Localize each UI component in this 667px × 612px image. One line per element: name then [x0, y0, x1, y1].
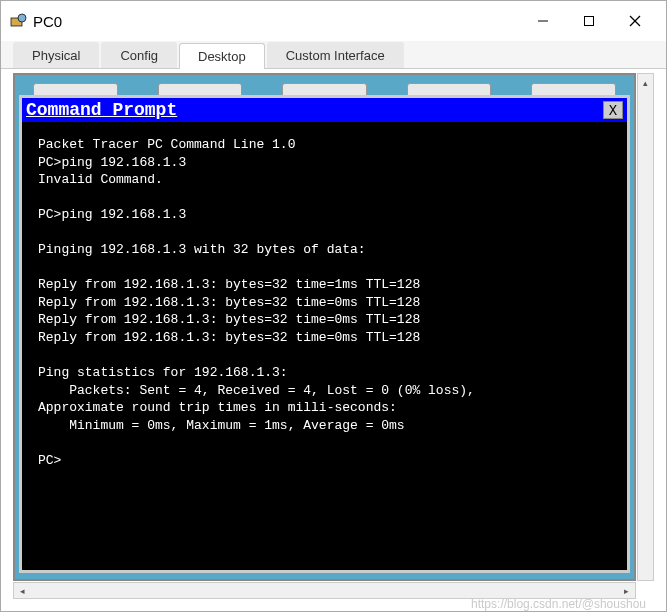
- tab-physical[interactable]: Physical: [13, 42, 99, 68]
- command-prompt-title: Command Prompt: [26, 100, 603, 120]
- command-prompt-titlebar[interactable]: Command Prompt X: [22, 98, 627, 122]
- window-controls: [520, 5, 658, 37]
- tab-config[interactable]: Config: [101, 42, 177, 68]
- minimize-button[interactable]: [520, 5, 566, 37]
- scroll-left-arrow-icon[interactable]: ◂: [14, 583, 31, 598]
- scroll-up-arrow-icon[interactable]: ▴: [638, 74, 653, 91]
- desktop-background: Command Prompt X Packet Tracer PC Comman…: [13, 73, 636, 581]
- app-window: PC0 Physical Config Desktop Custom Inter…: [0, 0, 667, 612]
- tab-bar: Physical Config Desktop Custom Interface: [1, 41, 666, 69]
- scrollbar-track[interactable]: [31, 583, 618, 598]
- content-area: Command Prompt X Packet Tracer PC Comman…: [1, 69, 666, 611]
- command-prompt-window: Command Prompt X Packet Tracer PC Comman…: [19, 95, 630, 573]
- tab-custom-interface[interactable]: Custom Interface: [267, 42, 404, 68]
- close-button[interactable]: [612, 5, 658, 37]
- svg-rect-3: [585, 17, 594, 26]
- command-prompt-close-button[interactable]: X: [603, 101, 623, 119]
- scroll-right-arrow-icon[interactable]: ▸: [618, 583, 635, 598]
- svg-point-1: [18, 14, 26, 22]
- app-icon: [9, 12, 27, 30]
- window-title: PC0: [33, 13, 520, 30]
- vertical-scrollbar[interactable]: ▴: [637, 73, 654, 581]
- tab-desktop[interactable]: Desktop: [179, 43, 265, 69]
- titlebar: PC0: [1, 1, 666, 41]
- maximize-button[interactable]: [566, 5, 612, 37]
- command-prompt-output[interactable]: Packet Tracer PC Command Line 1.0 PC>pin…: [22, 122, 627, 570]
- watermark-text: https://blog.csdn.net/@shoushou: [471, 597, 646, 611]
